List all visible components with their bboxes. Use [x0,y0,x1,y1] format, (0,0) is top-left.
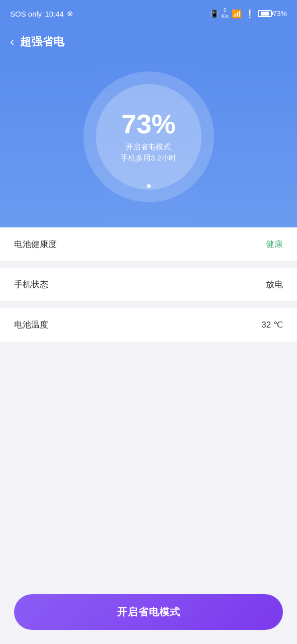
battery-percent-display: 73% [121,110,175,137]
circle-dot-indicator [147,184,151,188]
enable-power-save-button[interactable]: 开启省电模式 [14,594,283,630]
network-speed-unit: K/s [222,14,229,20]
battery-desc-line1: 开启省电模式 [126,142,171,151]
time-label: 10:44 [45,10,64,18]
alert-icon: ❕ [245,9,255,19]
sos-label: SOS only [10,10,42,18]
battery-desc-line2: 手机多用3.2小时 [121,153,176,162]
wifi-icon: 📶 [232,9,242,19]
back-button[interactable]: ‹ [10,36,14,48]
circle-inner: 73% 开启省电模式 手机多用3.2小时 [96,84,202,190]
network-speed: 0 K/s [222,8,229,20]
phone-status-label: 手机状态 [14,279,48,290]
clear-icon: ⊗ [67,9,73,18]
battery-fill [261,12,269,16]
battery-icon [258,10,272,17]
phone-status-row: 手机状态 放电 [0,268,297,302]
status-bar: SOS only 10:44 ⊗ 📳 0 K/s 📶 ❕ 73% [0,0,297,27]
battery-health-value: 健康 [266,238,283,250]
vibrate-icon: 📳 [210,10,219,18]
page-header: ‹ 超强省电 [0,27,297,61]
battery-temp-row: 电池温度 32 ℃ [0,308,297,342]
network-speed-value: 0 [224,8,227,14]
status-right: 📳 0 K/s 📶 ❕ 73% [210,8,287,20]
battery-percent-label: 73% [273,10,287,18]
circle-outer: 73% 开启省电模式 手机多用3.2小时 [83,71,214,202]
battery-health-row: 电池健康度 健康 [0,227,297,262]
info-section: 电池健康度 健康 手机状态 放电 电池温度 32 ℃ [0,227,297,403]
battery-temp-label: 电池温度 [14,319,48,331]
phone-status-value: 放电 [266,279,283,290]
bottom-button-container: 开启省电模式 [0,586,297,644]
battery-indicator: 73% [258,10,287,18]
battery-health-label: 电池健康度 [14,238,57,250]
battery-temp-value: 32 ℃ [261,319,283,330]
status-left: SOS only 10:44 ⊗ [10,9,73,18]
page-title: 超强省电 [20,34,64,49]
battery-circle-section: 73% 开启省电模式 手机多用3.2小时 [0,61,297,227]
circle-container: 73% 开启省电模式 手机多用3.2小时 [83,71,214,202]
battery-description: 开启省电模式 手机多用3.2小时 [121,141,176,164]
